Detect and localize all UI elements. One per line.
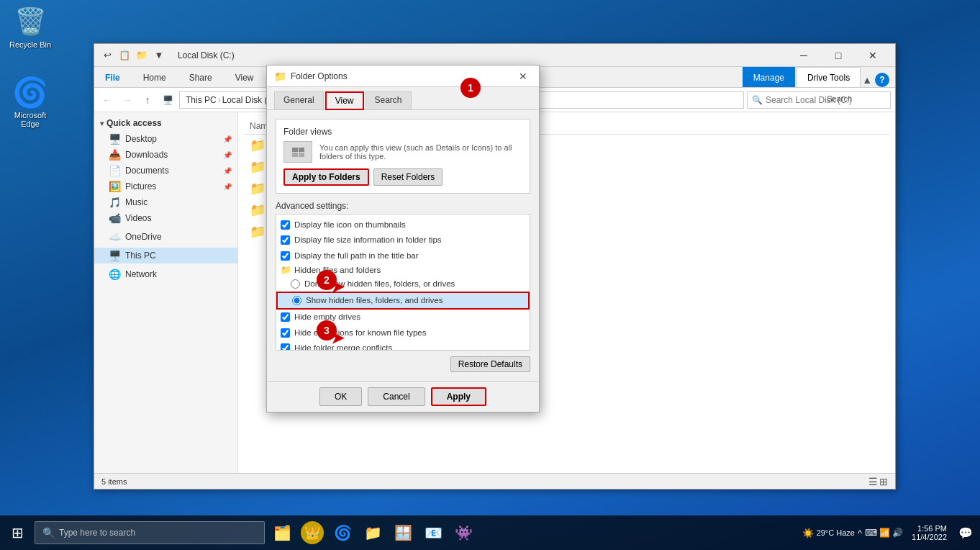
thispc-icon: 🖥️ [109,250,121,261]
folder-options-dialog: 📁 Folder Options ✕ General View Search F… [266,65,540,412]
start-button[interactable]: ⊞ [0,515,35,550]
downloads-folder-icon: 📥 [109,149,121,161]
label-display-icon: Display file icon on thumbnails [294,219,406,231]
sidebar-item-onedrive[interactable]: ☁️ OneDrive [94,229,237,245]
sidebar-item-network[interactable]: 🌐 Network [94,266,237,282]
label-display-size: Display file size information in folder … [294,234,442,246]
maximize-button[interactable]: □ [822,44,855,67]
reset-folders-button[interactable]: Reset Folders [373,168,443,186]
taskbar-search-icon: 🔍 [42,527,55,538]
tab-file[interactable]: File [94,67,131,87]
settings-group-hidden: 📁 Hidden files and folders [276,263,530,276]
sidebar-item-downloads[interactable]: 📥 Downloads 📌 [94,147,237,163]
close-button[interactable]: ✕ [856,44,889,67]
apply-button[interactable]: Apply [431,387,486,406]
tab-manage[interactable]: Manage [743,67,795,87]
taskbar-icon-edge[interactable]: 🌀 [328,515,357,550]
radio-dont-show-hidden[interactable] [291,279,300,289]
sidebar-item-videos[interactable]: 📹 Videos [94,210,237,226]
badge-2: 2 [317,270,337,290]
forward-button[interactable]: → [119,91,136,109]
network-icon: 🌐 [109,269,121,280]
sidebar-header-quickaccess[interactable]: ▾ Quick access [94,115,237,131]
up-button[interactable]: ↑ [139,91,156,109]
hidden-group-folder-icon: 📁 [281,265,291,275]
pin-documents: 📌 [223,167,232,175]
tab-home[interactable]: Home [132,67,177,87]
taskbar-icon-store[interactable]: 🪟 [389,515,417,550]
taskbar-icon-taskview[interactable]: 🗂️ [268,515,296,550]
tab-drive-tools[interactable]: Drive Tools [797,67,861,87]
qat-back[interactable]: ↩ [100,48,114,63]
cancel-button[interactable]: Cancel [368,387,425,406]
path-segment-thispc: This PC [186,95,217,105]
sidebar-item-documents[interactable]: 📄 Documents 📌 [94,163,237,179]
dialog-title-bar: 📁 Folder Options ✕ [267,66,539,87]
taskbar-weather-icon: ☀️ [802,528,814,538]
sidebar-item-network-label: Network [125,269,157,279]
edge-image: 🌀 [13,75,47,109]
taskbar-wifi-icon[interactable]: 📶 [879,528,890,538]
folder-icon-pfx86: 📁 [250,181,266,197]
edge-desktop-icon[interactable]: 🌀 Microsoft Edge [1,72,59,131]
qat-properties[interactable]: 📋 [117,48,132,63]
qat-dropdown[interactable]: ▼ [152,48,166,63]
music-folder-icon: 🎵 [109,197,121,208]
large-icons-view-btn[interactable]: ⊞ [879,476,888,487]
taskbar-pharaoh-icon[interactable]: 👑 [298,515,327,550]
folder-view-preview [283,141,312,163]
tab-view[interactable]: View [224,67,265,87]
sidebar-item-desktop-label: Desktop [125,134,157,144]
sidebar-item-thispc[interactable]: 🖥️ This PC [94,248,237,263]
ribbon-help[interactable]: ? [875,73,889,87]
checkbox-display-size[interactable] [281,235,290,245]
status-text: 5 items [101,477,127,486]
dialog-close-button[interactable]: ✕ [514,68,532,85]
taskbar-network-icon[interactable]: ^ [858,528,862,538]
dialog-tab-general[interactable]: General [274,91,324,109]
label-display-path: Display the full path in the title bar [294,250,419,262]
taskbar-search-box[interactable]: 🔍 Type here to search [35,521,265,544]
pin-pictures: 📌 [223,183,232,191]
taskbar-icon-app[interactable]: 👾 [449,515,478,550]
apply-to-folders-button[interactable]: Apply to Folders [283,168,369,186]
taskbar-volume-icon[interactable]: 🔊 [892,528,903,538]
documents-folder-icon: 📄 [109,165,121,176]
radio-show-hidden[interactable] [292,296,301,305]
sidebar-item-desktop[interactable]: 🖥️ Desktop 📌 [94,131,237,147]
sidebar-section-thispc: 🖥️ This PC [94,248,237,263]
taskbar-notification-icon[interactable]: 💬 [956,526,976,540]
qat-folder[interactable]: 📁 [135,48,149,63]
checkbox-hide-extensions[interactable] [281,328,290,338]
recycle-bin-icon[interactable]: 🗑️ Recycle Bin [1,1,59,52]
sidebar-item-pictures[interactable]: 🖼️ Pictures 📌 [94,179,237,194]
checkbox-hide-merge[interactable] [281,343,290,351]
ok-button[interactable]: OK [319,387,362,406]
advanced-settings-label: Advanced settings: [276,201,530,211]
checkbox-hide-empty[interactable] [281,312,290,322]
dialog-tab-search[interactable]: Search [366,91,412,109]
back-button[interactable]: ← [99,91,116,109]
ribbon-collapse[interactable]: ▲ [862,74,872,86]
taskbar-pinned-icons: 🗂️ 👑 🌀 📁 🪟 📧 👾 [265,515,481,550]
search-box[interactable]: 🔍 [747,91,891,109]
sidebar-item-downloads-label: Downloads [125,150,168,160]
checkbox-display-path[interactable] [281,251,290,261]
checkbox-display-icon[interactable] [281,220,290,230]
tab-share[interactable]: Share [178,67,223,87]
dialog-footer: OK Cancel Apply [267,381,539,412]
taskbar-clock[interactable]: 1:56 PM 11/4/2022 [906,524,953,541]
dialog-tab-view[interactable]: View [325,91,364,110]
settings-item-display-icon: Display file icon on thumbnails [276,217,530,233]
dialog-body: Folder views You can apply this view (su… [267,110,539,381]
videos-folder-icon: 📹 [109,212,121,224]
minimize-button[interactable]: ─ [787,44,820,67]
taskbar-icon-mail[interactable]: 📧 [419,515,448,550]
details-view-btn[interactable]: ☰ [868,476,878,487]
search-input[interactable] [766,95,886,105]
taskbar-icon-folder[interactable]: 📁 [358,515,387,550]
sidebar-item-music[interactable]: 🎵 Music [94,194,237,210]
folder-views-label: Folder views [283,127,522,137]
sidebar-item-onedrive-label: OneDrive [125,232,162,242]
restore-defaults-button[interactable]: Restore Defaults [450,356,530,372]
